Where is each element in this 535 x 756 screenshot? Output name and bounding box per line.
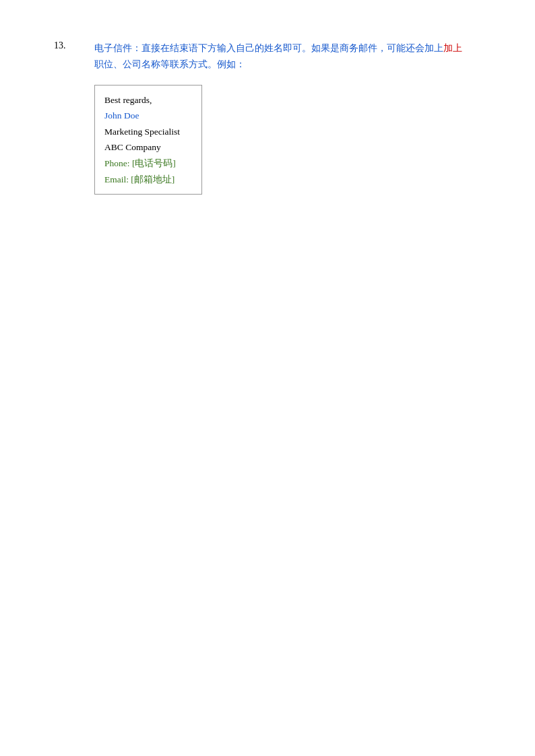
page: 13. 电子信件：直接在结束语下方输入自己的姓名即可。如果是商务邮件，可能还会加… bbox=[0, 0, 535, 756]
section-content: 电子信件：直接在结束语下方输入自己的姓名即可。如果是商务邮件，可能还会加上加上 … bbox=[94, 40, 481, 195]
example-box: Best regards, John Doe Marketing Special… bbox=[94, 85, 202, 195]
section-number: 13. bbox=[54, 40, 94, 51]
example-line-3: Marketing Specialist bbox=[104, 124, 192, 140]
example-line-4: ABC Company bbox=[104, 139, 192, 156]
section-title-prefix: 电子信件： bbox=[94, 43, 141, 53]
section-title-text: 直接在结束语下方输入自己的姓名即可。如果是商务邮件，可能还会加上 bbox=[141, 43, 443, 53]
example-line-5: Phone: [电话号码] bbox=[104, 156, 192, 172]
example-line-1: Best regards, bbox=[104, 92, 192, 108]
example-line-6: Email: [邮箱地址] bbox=[104, 172, 192, 188]
section-title-text2: 职位、公司名称等联系方式。例如： bbox=[94, 59, 245, 69]
section-title-highlight: 加上 bbox=[443, 43, 462, 53]
example-line-2: John Doe bbox=[104, 108, 192, 124]
section-13: 13. 电子信件：直接在结束语下方输入自己的姓名即可。如果是商务邮件，可能还会加… bbox=[54, 40, 481, 195]
section-title: 电子信件：直接在结束语下方输入自己的姓名即可。如果是商务邮件，可能还会加上加上 … bbox=[94, 40, 481, 73]
